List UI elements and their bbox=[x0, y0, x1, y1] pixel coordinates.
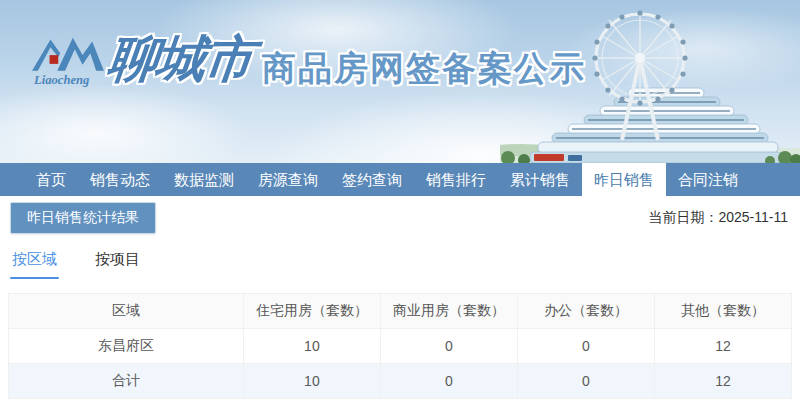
column-header: 其他（套数） bbox=[654, 294, 791, 329]
value-cell: 0 bbox=[380, 329, 517, 364]
yesterday-sales-result-button[interactable]: 昨日销售统计结果 bbox=[10, 202, 156, 234]
current-date-value: 2025-11-11 bbox=[718, 209, 788, 225]
value-cell: 0 bbox=[517, 329, 654, 364]
toolbar: 昨日销售统计结果 当前日期：2025-11-11 bbox=[0, 196, 800, 234]
column-header: 商业用房（套数） bbox=[380, 294, 517, 329]
nav-item-home[interactable]: 首页 bbox=[24, 163, 78, 196]
sales-table: 区域住宅用房（套数）商业用房（套数）办公（套数）其他（套数） 东昌府区10001… bbox=[8, 293, 792, 399]
column-header: 办公（套数） bbox=[517, 294, 654, 329]
value-cell: 12 bbox=[654, 364, 791, 399]
nav-item-sales-dynamics[interactable]: 销售动态 bbox=[78, 163, 162, 196]
value-cell: 10 bbox=[243, 329, 380, 364]
nav-item-housing-query[interactable]: 房源查询 bbox=[246, 163, 330, 196]
region-cell: 合计 bbox=[9, 364, 244, 399]
sales-table-wrap: 区域住宅用房（套数）商业用房（套数）办公（套数）其他（套数） 东昌府区10001… bbox=[8, 293, 792, 399]
nav-item-contract-cancellation[interactable]: 合同注销 bbox=[666, 163, 750, 196]
view-tabs: 按区域按项目 bbox=[10, 250, 800, 279]
content: 昨日销售统计结果 当前日期：2025-11-11 按区域按项目 区域住宅用房（套… bbox=[0, 196, 800, 399]
site-header: Liaocheng 聊城市 商品房网签备案公示 bbox=[0, 0, 800, 163]
main-nav: 首页销售动态数据监测房源查询签约查询销售排行累计销售昨日销售合同注销 bbox=[0, 163, 800, 196]
nav-item-signing-query[interactable]: 签约查询 bbox=[330, 163, 414, 196]
tab-by-region[interactable]: 按区域 bbox=[10, 250, 59, 279]
column-header: 区域 bbox=[9, 294, 244, 329]
nav-item-sales-ranking[interactable]: 销售排行 bbox=[414, 163, 498, 196]
nav-item-cumulative-sales[interactable]: 累计销售 bbox=[498, 163, 582, 196]
value-cell: 0 bbox=[517, 364, 654, 399]
table-row-total: 合计100012 bbox=[9, 364, 792, 399]
liaocheng-logo-icon: Liaocheng bbox=[28, 26, 106, 92]
nav-item-yesterday-sales[interactable]: 昨日销售 bbox=[582, 163, 666, 196]
table-row-dongchangfu: 东昌府区100012 bbox=[9, 329, 792, 364]
value-cell: 10 bbox=[243, 364, 380, 399]
current-date: 当前日期：2025-11-11 bbox=[648, 209, 788, 227]
region-cell: 东昌府区 bbox=[9, 329, 244, 364]
value-cell: 12 bbox=[654, 329, 791, 364]
site-title: 商品房网签备案公示 bbox=[262, 50, 586, 86]
site-name: 聊城市 bbox=[105, 26, 256, 92]
current-date-label: 当前日期： bbox=[648, 209, 718, 225]
column-header: 住宅用房（套数） bbox=[243, 294, 380, 329]
svg-text:Liaocheng: Liaocheng bbox=[33, 73, 89, 87]
value-cell: 0 bbox=[380, 364, 517, 399]
nav-item-data-monitoring[interactable]: 数据监测 bbox=[162, 163, 246, 196]
tab-by-project[interactable]: 按项目 bbox=[93, 250, 142, 279]
